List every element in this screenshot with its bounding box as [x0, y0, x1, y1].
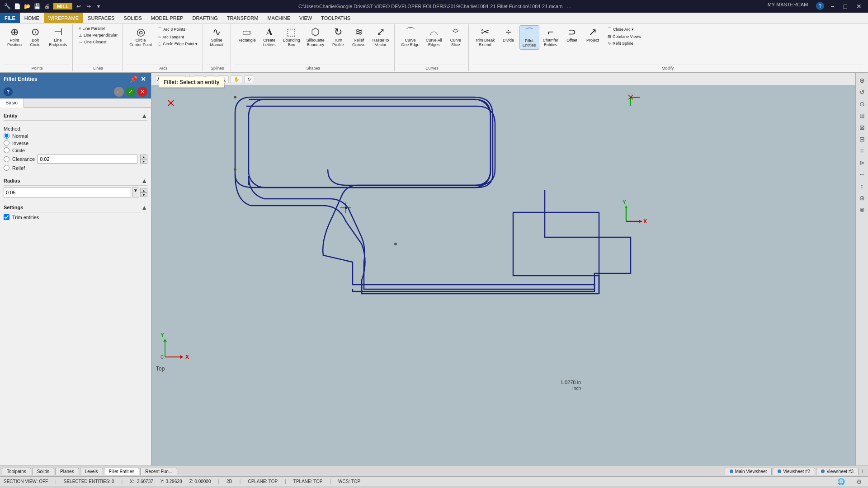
menu-toolpaths[interactable]: TOOLPATHS [316, 13, 355, 23]
menu-file[interactable]: FILE [0, 13, 20, 23]
tab-recent-fun[interactable]: Recent Fun... [140, 468, 177, 475]
turn-profile-button[interactable]: ↻ TurnProfile [328, 25, 348, 49]
bounding-box-button[interactable]: ⬚ BoundingBox [280, 25, 303, 49]
radius-section-header[interactable]: Radius ▲ [4, 176, 147, 186]
curve-slice-button[interactable]: ⌔ CurveSlice [446, 25, 466, 49]
panel-close-button[interactable]: ✕ [139, 75, 147, 83]
trim-entities-row[interactable]: Trim entities [4, 214, 147, 220]
tab-solids[interactable]: Solids [32, 468, 54, 475]
rs-button-8[interactable]: ⊳ [857, 157, 868, 168]
arc-3-points-button[interactable]: ⌒ Arc 3 Points [156, 25, 200, 33]
clearance-down-button[interactable]: ▼ [140, 159, 147, 164]
offset-button[interactable]: ⊃ Offset [562, 25, 582, 44]
pan-icon-button[interactable]: ✋ [231, 75, 242, 83]
rs-button-9[interactable]: ↔ [857, 169, 868, 180]
radius-down-button[interactable]: ▼ [140, 192, 147, 197]
settings-section-header[interactable]: Settings ▲ [4, 203, 147, 212]
redo-icon[interactable]: ↪ [85, 3, 92, 10]
normal-radio-row[interactable]: Normal [4, 133, 147, 139]
print-icon[interactable]: 🖨 [43, 3, 51, 10]
menu-surfaces[interactable]: SURFACES [83, 13, 119, 23]
rs-button-4[interactable]: ⊞ [857, 110, 868, 121]
curve-one-edge-button[interactable]: ⌒ CurveOne Edge [398, 25, 422, 49]
tab-fillet-entities[interactable]: Fillet Entities [104, 468, 140, 475]
rs-button-12[interactable]: ⊗ [857, 204, 868, 215]
project-button[interactable]: ↗ Project [583, 25, 603, 44]
open-icon[interactable]: 📂 [24, 3, 31, 10]
menu-solids[interactable]: SOLIDS [119, 13, 146, 23]
create-letters-button[interactable]: 𝐀 CreateLetters [259, 25, 279, 49]
point-position-button[interactable]: ⊕ PointPosition [5, 25, 24, 49]
new-icon[interactable]: 📄 [14, 3, 21, 10]
chamfer-entities-button[interactable]: ⌐ ChamferEntities [540, 25, 561, 49]
circle-radio-row[interactable]: Circle [4, 147, 147, 153]
viewport-svg[interactable]: X Y C X Y [151, 86, 855, 465]
help-icon-button[interactable]: ? [4, 87, 13, 96]
rs-button-1[interactable]: ⊕ [857, 75, 868, 86]
minimize-button[interactable]: − [828, 2, 837, 11]
radius-up-button[interactable]: ▲ [140, 188, 147, 192]
line-endpoints-button[interactable]: ⊣ LineEndpoints [46, 25, 70, 49]
menu-drafting[interactable]: DRAFTING [188, 13, 222, 23]
clearance-input[interactable] [38, 155, 137, 164]
inverse-radio[interactable] [4, 140, 9, 146]
rs-button-5[interactable]: ⊠ [857, 122, 868, 133]
line-closest-button[interactable]: ↔ Line Closest [76, 39, 120, 45]
trim-break-extend-button[interactable]: ✂ Trim BreakExtend [472, 25, 498, 49]
relief-radio[interactable] [4, 165, 9, 171]
combine-views-button[interactable]: ⊞ Combine Views [605, 33, 643, 40]
menu-machine[interactable]: MACHINE [263, 13, 295, 23]
refit-spline-button[interactable]: ∿ Refit Spline [605, 40, 643, 47]
normal-radio[interactable] [4, 133, 9, 139]
menu-model-prep[interactable]: MODEL PREP [146, 13, 188, 23]
arc-tangent-button[interactable]: ⌓ Arc Tangent [156, 33, 200, 40]
viewsheet-add-button[interactable]: + [859, 468, 866, 474]
tab-basic[interactable]: Basic [0, 99, 24, 108]
tab-toolpaths[interactable]: Toolpaths [2, 468, 31, 475]
rs-button-7[interactable]: ≡ [857, 145, 868, 156]
clearance-spinner[interactable]: ▲ ▼ [140, 155, 147, 164]
menu-view[interactable]: VIEW [295, 13, 316, 23]
rs-button-2[interactable]: ↺ [857, 87, 868, 98]
clearance-radio-row[interactable]: Clearance ▲ ▼ [4, 155, 147, 164]
tab-main-viewsheet[interactable]: Main Viewsheet [725, 468, 772, 475]
circle-edge-point-button[interactable]: ◌ Circle Edge Point ▾ [156, 41, 200, 47]
rs-button-3[interactable]: ⊙ [857, 99, 868, 109]
tab-viewsheet-3[interactable]: Viewsheet #3 [816, 468, 859, 475]
bolt-circle-button[interactable]: ⊙ BoltCircle [25, 25, 45, 49]
undo-icon[interactable]: ↩ [75, 3, 82, 10]
menu-home[interactable]: HOME [20, 13, 44, 23]
menu-transform[interactable]: TRANSFORM [222, 13, 263, 23]
raster-to-vector-button[interactable]: ⤢ Raster toVector [370, 25, 392, 49]
spline-manual-button[interactable]: ∿ SplineManual [207, 25, 226, 49]
curve-all-edges-button[interactable]: ⌓ Curve AllEdges [423, 25, 445, 49]
divide-button[interactable]: ÷ Divide [499, 25, 519, 44]
relief-radio-row[interactable]: Relief [4, 165, 147, 171]
radius-input[interactable] [4, 188, 131, 197]
maximize-button[interactable]: □ [841, 2, 850, 11]
menu-wireframe[interactable]: WIREFRAME [44, 13, 83, 23]
fillet-entities-button[interactable]: ⌒ FilletEntities [519, 25, 539, 50]
rectangle-button[interactable]: ▭ Rectangle [235, 25, 259, 44]
close-arc-button[interactable]: ⌒ Close Arc ▾ [605, 25, 643, 33]
tab-viewsheet-2[interactable]: Viewsheet #2 [773, 468, 815, 475]
rs-button-11[interactable]: ⊕ [857, 192, 868, 203]
dropdown-icon[interactable]: ▾ [95, 3, 102, 10]
radius-dropdown[interactable]: ▼ [132, 188, 139, 197]
line-perpendicular-button[interactable]: ⊥ Line Perpendicular [76, 32, 120, 38]
status-settings-icon[interactable]: ⚙ [854, 476, 864, 487]
tab-planes[interactable]: Planes [55, 468, 79, 475]
rs-button-6[interactable]: ⊟ [857, 134, 868, 145]
trim-entities-checkbox[interactable] [4, 214, 9, 220]
status-globe-icon[interactable]: 🌐 [835, 476, 846, 487]
rotate-icon-button[interactable]: ↻ [244, 75, 254, 83]
clearance-up-button[interactable]: ▲ [140, 155, 147, 159]
inverse-radio-row[interactable]: Inverse [4, 140, 147, 146]
circle-center-point-button[interactable]: ◎ CircleCenter Point [127, 25, 155, 49]
tab-levels[interactable]: Levels [80, 468, 103, 475]
rs-button-10[interactable]: ↕ [857, 181, 868, 192]
relief-groove-button[interactable]: ≋ ReliefGroove [349, 25, 369, 49]
silhouette-boundary-button[interactable]: ⬡ SilhouetteBoundary [304, 25, 327, 49]
radius-spinner[interactable]: ▲ ▼ [140, 188, 147, 197]
canvas-area[interactable]: AutoCursor ▾ ⊕ ⊗ 🔍 ✋ ↻ [151, 73, 855, 465]
